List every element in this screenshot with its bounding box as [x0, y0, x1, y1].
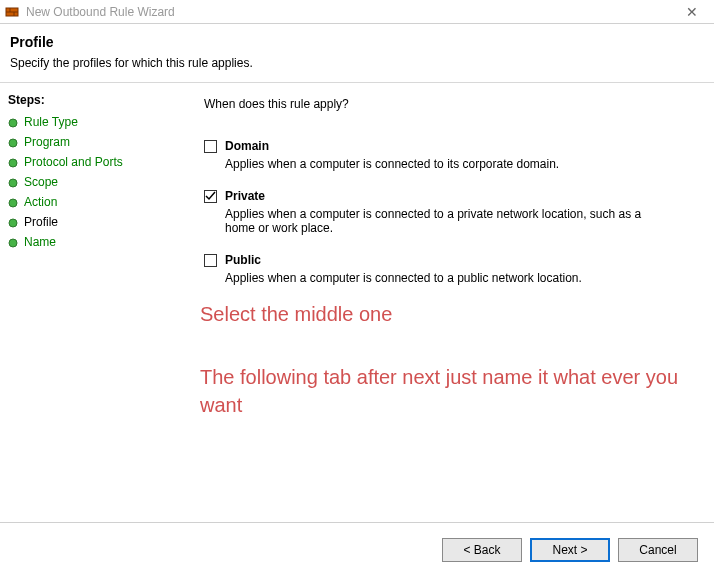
option-description: Applies when a computer is connected to … [225, 207, 655, 235]
svg-point-6 [9, 159, 17, 167]
option-description: Applies when a computer is connected to … [225, 271, 655, 285]
step-name[interactable]: Name [8, 235, 172, 249]
back-button[interactable]: < Back [442, 538, 522, 562]
next-button[interactable]: Next > [530, 538, 610, 562]
bullet-icon [8, 237, 18, 247]
bullet-icon [8, 137, 18, 147]
step-label: Protocol and Ports [24, 155, 123, 169]
svg-point-10 [9, 239, 17, 247]
annotation-name-tab: The following tab after next just name i… [200, 363, 714, 419]
step-scope[interactable]: Scope [8, 175, 172, 189]
option-description: Applies when a computer is connected to … [225, 157, 655, 171]
profile-option-public: PublicApplies when a computer is connect… [204, 253, 692, 285]
svg-point-9 [9, 219, 17, 227]
titlebar: New Outbound Rule Wizard ✕ [0, 0, 714, 24]
bullet-icon [8, 177, 18, 187]
option-label: Private [225, 189, 265, 203]
wizard-window: New Outbound Rule Wizard ✕ Profile Speci… [0, 0, 714, 576]
step-action[interactable]: Action [8, 195, 172, 209]
cancel-button[interactable]: Cancel [618, 538, 698, 562]
prompt-text: When does this rule apply? [204, 97, 692, 111]
wizard-footer: < Back Next > Cancel [0, 522, 714, 576]
bullet-icon [8, 157, 18, 167]
annotation-select-middle: Select the middle one [200, 303, 392, 326]
wizard-header: Profile Specify the profiles for which t… [0, 24, 714, 83]
checkbox-public[interactable] [204, 254, 217, 267]
profile-option-domain: DomainApplies when a computer is connect… [204, 139, 692, 171]
step-profile: Profile [8, 215, 172, 229]
steps-heading: Steps: [8, 93, 172, 107]
svg-point-5 [9, 139, 17, 147]
svg-point-8 [9, 199, 17, 207]
wizard-content: When does this rule apply? DomainApplies… [180, 83, 714, 523]
svg-point-7 [9, 179, 17, 187]
step-protocol-and-ports[interactable]: Protocol and Ports [8, 155, 172, 169]
close-button[interactable]: ✕ [674, 4, 710, 20]
bullet-icon [8, 117, 18, 127]
profile-option-private: PrivateApplies when a computer is connec… [204, 189, 692, 235]
option-label: Domain [225, 139, 269, 153]
option-label: Public [225, 253, 261, 267]
step-label: Rule Type [24, 115, 78, 129]
page-subtitle: Specify the profiles for which this rule… [10, 56, 704, 70]
firewall-icon [4, 4, 20, 20]
svg-point-4 [9, 119, 17, 127]
step-label: Scope [24, 175, 58, 189]
page-title: Profile [10, 34, 704, 50]
step-rule-type[interactable]: Rule Type [8, 115, 172, 129]
step-label: Name [24, 235, 56, 249]
steps-sidebar: Steps: Rule TypeProgramProtocol and Port… [0, 83, 180, 523]
checkbox-domain[interactable] [204, 140, 217, 153]
bullet-icon [8, 197, 18, 207]
step-label: Program [24, 135, 70, 149]
step-label: Profile [24, 215, 58, 229]
bullet-icon [8, 217, 18, 227]
step-program[interactable]: Program [8, 135, 172, 149]
checkbox-private[interactable] [204, 190, 217, 203]
step-label: Action [24, 195, 57, 209]
window-title: New Outbound Rule Wizard [26, 5, 674, 19]
